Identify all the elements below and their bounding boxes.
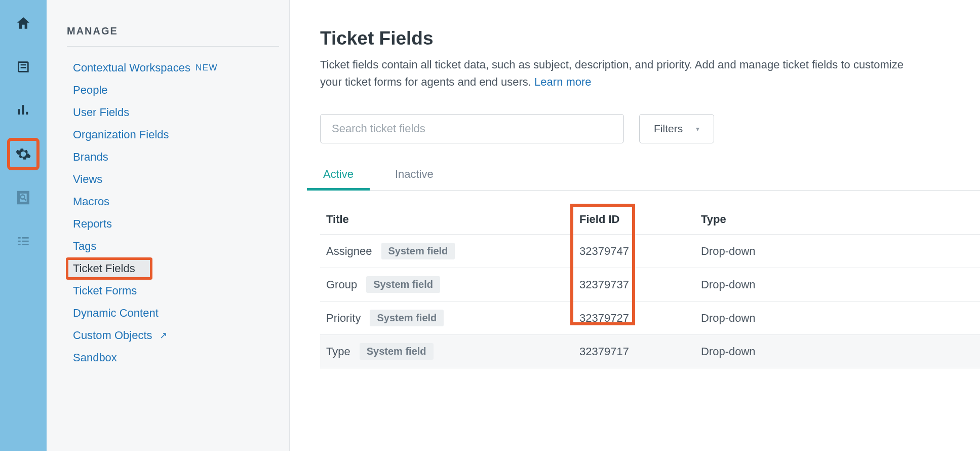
system-field-badge: System field	[366, 276, 440, 293]
controls-row: Filters ▾	[320, 114, 980, 143]
rail-home-icon[interactable]	[9, 9, 37, 37]
icon-rail	[0, 0, 47, 451]
row-title: Group	[326, 278, 357, 291]
sidebar-item-user-fields[interactable]: User Fields	[67, 102, 279, 123]
row-type: Drop-down	[701, 278, 833, 291]
table-row[interactable]: Type System field 32379717 Drop-down	[320, 335, 980, 368]
sidebar-item-label: Ticket Fields	[73, 262, 135, 275]
row-field-id: 32379747	[579, 245, 701, 258]
row-field-id: 32379727	[579, 312, 701, 325]
sidebar-item-label: Dynamic Content	[73, 307, 159, 320]
tab-inactive[interactable]: Inactive	[392, 168, 437, 190]
rail-stats-icon[interactable]	[9, 96, 37, 125]
sidebar-item-reports[interactable]: Reports	[67, 214, 279, 234]
rail-search-page-icon[interactable]	[9, 183, 37, 212]
tabs: Active Inactive	[320, 168, 980, 191]
sidebar-item-label: People	[73, 84, 108, 97]
table-row[interactable]: Group System field 32379737 Drop-down	[320, 268, 980, 302]
external-link-icon: ↗	[160, 330, 167, 341]
sidebar-item-brands[interactable]: Brands	[67, 147, 279, 167]
sidebar-item-tags[interactable]: Tags	[67, 236, 279, 256]
table-header: Title Field ID Type	[320, 205, 980, 235]
sidebar-divider	[67, 46, 279, 47]
sidebar-item-label: Organization Fields	[73, 128, 169, 141]
sidebar-item-label: Contextual Workspaces	[73, 61, 190, 74]
row-field-id: 32379717	[579, 345, 701, 358]
row-title: Type	[326, 345, 350, 358]
filters-button[interactable]: Filters ▾	[639, 114, 714, 143]
sidebar-item-custom-objects[interactable]: Custom Objects ↗	[67, 325, 279, 346]
ticket-fields-table: Title Field ID Type Assignee System fiel…	[320, 205, 980, 368]
sidebar-item-dynamic-content[interactable]: Dynamic Content	[67, 303, 279, 323]
page-title: Ticket Fields	[320, 28, 980, 49]
sidebar-item-label: Sandbox	[73, 351, 117, 364]
sidebar-item-people[interactable]: People	[67, 80, 279, 100]
sidebar-item-ticket-fields[interactable]: Ticket Fields	[67, 258, 151, 279]
page-description: Ticket fields contain all ticket data, s…	[320, 56, 928, 91]
sidebar-item-label: Brands	[73, 151, 108, 164]
learn-more-link[interactable]: Learn more	[534, 76, 592, 88]
sidebar-item-organization-fields[interactable]: Organization Fields	[67, 125, 279, 145]
sidebar-item-label: Views	[73, 173, 102, 186]
tab-active[interactable]: Active	[320, 168, 357, 190]
table-row[interactable]: Assignee System field 32379747 Drop-down	[320, 235, 980, 268]
sidebar-item-macros[interactable]: Macros	[67, 192, 279, 212]
main: Ticket Fields Ticket fields contain all …	[290, 0, 980, 451]
th-title: Title	[326, 213, 579, 226]
sidebar-item-label: Custom Objects	[73, 329, 152, 342]
sidebar-heading: MANAGE	[67, 25, 279, 37]
table-row[interactable]: Priority System field 32379727 Drop-down	[320, 302, 980, 335]
rail-book-icon[interactable]	[9, 53, 37, 81]
chevron-down-icon: ▾	[696, 125, 699, 133]
rail-settings-icon[interactable]	[9, 140, 37, 168]
row-title: Priority	[326, 312, 361, 325]
sidebar-item-label: User Fields	[73, 106, 129, 119]
sidebar-item-label: Tags	[73, 240, 96, 253]
system-field-badge: System field	[360, 343, 434, 360]
sidebar-item-label: Macros	[73, 195, 109, 208]
sidebar-item-label: Reports	[73, 217, 112, 231]
row-type: Drop-down	[701, 345, 833, 358]
row-field-id: 32379737	[579, 278, 701, 291]
rail-list-icon[interactable]	[9, 227, 37, 255]
sidebar-item-contextual-workspaces[interactable]: Contextual Workspaces NEW	[67, 58, 279, 78]
sidebar: MANAGE Contextual Workspaces NEW People …	[47, 0, 290, 451]
filters-label: Filters	[654, 123, 683, 135]
row-type: Drop-down	[701, 245, 833, 258]
th-field-id: Field ID	[579, 213, 701, 226]
sidebar-item-views[interactable]: Views	[67, 169, 279, 190]
sidebar-item-label: Ticket Forms	[73, 284, 137, 297]
new-badge: NEW	[195, 63, 218, 73]
search-input[interactable]	[320, 114, 624, 143]
system-field-badge: System field	[370, 310, 444, 326]
row-title: Assignee	[326, 245, 372, 258]
sidebar-item-sandbox[interactable]: Sandbox	[67, 348, 279, 368]
row-type: Drop-down	[701, 312, 833, 325]
th-type: Type	[701, 213, 833, 226]
sidebar-item-ticket-forms[interactable]: Ticket Forms	[67, 281, 279, 301]
system-field-badge: System field	[381, 243, 455, 259]
